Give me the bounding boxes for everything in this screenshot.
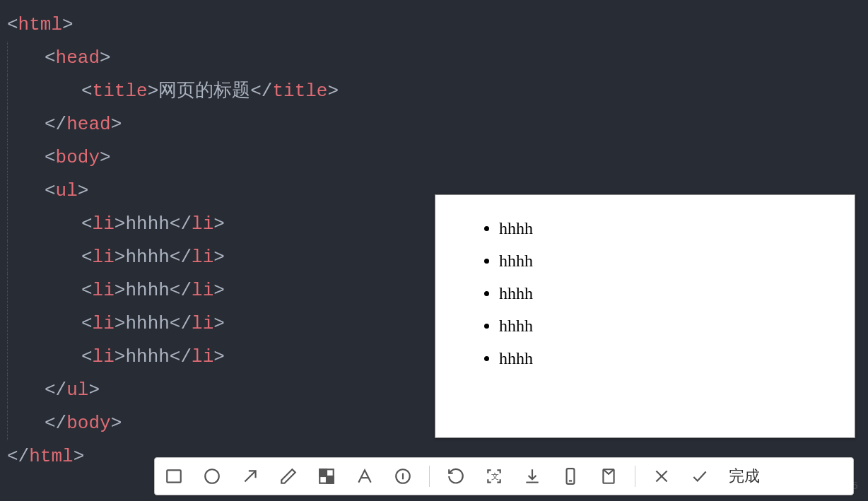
- pin-icon[interactable]: [597, 464, 621, 488]
- toolbar-separator: [635, 466, 635, 487]
- svg-rect-5: [327, 476, 334, 483]
- svg-rect-4: [319, 469, 327, 476]
- mosaic-icon[interactable]: [315, 464, 339, 488]
- phone-icon[interactable]: [558, 464, 582, 488]
- arrow-icon[interactable]: [238, 464, 262, 488]
- code-line: <body>: [7, 141, 861, 175]
- watermark-text: https://blog.csdn.net/qq_45063425: [688, 479, 858, 491]
- code-line: </head>: [7, 108, 861, 141]
- pencil-icon[interactable]: [276, 464, 300, 488]
- toolbar-separator: [429, 466, 430, 487]
- preview-list: hhhh hhhh hhhh hhhh hhhh: [485, 213, 833, 373]
- close-icon[interactable]: [650, 464, 674, 488]
- list-item: hhhh: [499, 213, 833, 243]
- svg-rect-0: [167, 470, 181, 482]
- list-item: hhhh: [499, 246, 833, 276]
- circle-icon[interactable]: [200, 464, 224, 488]
- code-line: <head>: [7, 42, 861, 75]
- list-item: hhhh: [499, 311, 833, 341]
- code-line: <html>: [7, 8, 861, 42]
- svg-point-1: [205, 469, 219, 483]
- svg-text:文: 文: [491, 472, 499, 481]
- svg-line-2: [245, 471, 255, 481]
- list-item: hhhh: [499, 343, 833, 373]
- text-icon[interactable]: [353, 464, 377, 488]
- download-icon[interactable]: [520, 464, 544, 488]
- rectangle-icon[interactable]: [162, 464, 186, 488]
- undo-icon[interactable]: [444, 464, 468, 488]
- browser-preview: hhhh hhhh hhhh hhhh hhhh: [435, 194, 855, 438]
- list-item: hhhh: [499, 278, 833, 308]
- number-icon[interactable]: [391, 464, 415, 488]
- ocr-icon[interactable]: 文: [482, 464, 506, 488]
- code-line: <title>网页的标题</title>: [7, 75, 861, 108]
